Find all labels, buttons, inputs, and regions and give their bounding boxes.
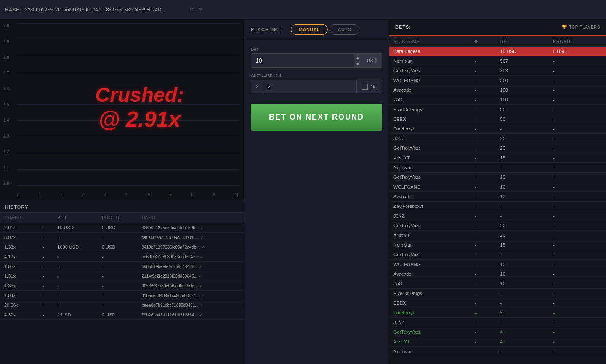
- profit-amount: -: [549, 260, 606, 269]
- row-dot: -: [38, 281, 53, 291]
- bets-scroll[interactable]: NICKNAME ◆ BET PROFIT Bara Bagese - 10 U…: [389, 36, 606, 364]
- row-dot: -: [38, 271, 53, 281]
- hash-cell: 41bace38489a1cc9f7e00874... ✓: [137, 291, 244, 300]
- bet-decrement-button[interactable]: ▼: [354, 61, 362, 67]
- history-col-profit: PROFIT: [98, 213, 138, 223]
- bet-input-row: ▲ ▼ USD: [251, 53, 382, 68]
- bets-row: BEEX - - -: [389, 298, 606, 308]
- bet-field-label: Bet: [251, 47, 382, 52]
- row-dot: -: [470, 76, 496, 85]
- crash-value: 5.07x: [0, 233, 38, 242]
- nickname: Xrist YT: [389, 153, 470, 163]
- bets-row: WOLFGANG - 10 -: [389, 260, 606, 269]
- crash-value: 1.31x: [0, 271, 38, 281]
- bet-increment-button[interactable]: ▲: [354, 54, 362, 61]
- profit-amount: -: [549, 298, 606, 308]
- profit-amount: -: [549, 192, 606, 202]
- bets-row: ZaQForeboxyl - - -: [389, 202, 606, 211]
- bet-amount: 50: [496, 105, 549, 114]
- profit-amount: 0 USD: [549, 47, 606, 56]
- nickname: WOLFGANG: [389, 260, 470, 269]
- nickname: Nomisiun: [389, 347, 470, 356]
- bets-row: J0NZ - 20 -: [389, 134, 606, 143]
- bet-next-round-button[interactable]: BET ON NEXT ROUND: [251, 104, 382, 131]
- bet-input[interactable]: [251, 54, 354, 67]
- hash-cell: 9410b71297336fc05a72a4db... ✓: [137, 242, 244, 252]
- check-icon: ✓: [199, 264, 202, 269]
- nickname: ZaQForeboxyl: [389, 202, 470, 211]
- row-dot: –: [470, 308, 496, 318]
- history-section: HISTORY CRASH BET PROFIT HASH 2.91x -: [0, 200, 244, 364]
- profit-amount: -: [549, 124, 606, 134]
- bet-amount: 10 USD: [496, 47, 549, 56]
- nickname: GorTexyVozz: [389, 221, 470, 231]
- check-icon: ✓: [199, 303, 203, 308]
- profit-amount: -: [549, 76, 606, 85]
- bet-amount: 5: [496, 308, 549, 318]
- bet-mode-buttons: MANUAL AUTO: [291, 24, 360, 35]
- row-dot: -: [470, 318, 496, 327]
- bets-col-dot: ◆: [470, 36, 496, 47]
- bet-amount: 20: [496, 143, 549, 153]
- help-icon[interactable]: ?: [199, 6, 202, 13]
- nickname: Avacado: [389, 192, 470, 202]
- row-dot: -: [470, 231, 496, 240]
- copy-icon[interactable]: ⧉: [190, 6, 194, 13]
- history-row: 4.37x - 2 USD 0 USD 39b26bb43d11161df512…: [0, 310, 244, 320]
- on-checkbox[interactable]: [362, 84, 368, 90]
- row-dot: -: [38, 262, 53, 271]
- profit-amount: -: [549, 221, 606, 231]
- bets-row: J0NZ - - -: [389, 211, 606, 221]
- profit-amount: -: [549, 327, 606, 337]
- bet-value: -: [53, 252, 98, 262]
- place-bet-label: PLACE BET:: [251, 27, 282, 32]
- nickname: Nomisiun: [389, 163, 470, 173]
- row-dot: -: [470, 66, 496, 76]
- crash-value: 1.83x: [0, 281, 38, 291]
- history-scroll[interactable]: CRASH BET PROFIT HASH 2.91x - 10 USD 0 U…: [0, 213, 244, 364]
- row-dot: -: [470, 153, 496, 163]
- crash-value: 4.37x: [0, 310, 38, 320]
- crash-value: 4.19x: [0, 252, 38, 262]
- bet-amount: 100: [496, 95, 549, 105]
- bet-value: -: [53, 300, 98, 310]
- hash-cell: f030853ca80e04ba9bc65cf6... ✓: [137, 281, 244, 291]
- profit-amount: -: [549, 95, 606, 105]
- row-dot: -: [470, 192, 496, 202]
- x-axis: 0 1 2 3 4 5 6 7 8 9 10: [17, 192, 239, 197]
- y-label: 1.1: [3, 165, 12, 170]
- history-row: 2.91x - 10 USD 0 USD 328e0d1275c7dea49db…: [0, 223, 244, 233]
- currency-badge: USD: [362, 54, 382, 67]
- bet-amount: -: [496, 250, 549, 260]
- cashout-prefix: ×: [251, 80, 263, 93]
- nickname: BEEX: [389, 114, 470, 124]
- nickname: ZaQ: [389, 95, 470, 105]
- row-dot: -: [38, 310, 53, 320]
- profit-amount: -: [549, 153, 606, 163]
- top-players-button[interactable]: 🏆 TOP PLAYERS: [562, 25, 600, 29]
- row-dot: -: [470, 173, 496, 182]
- top-bar: HASH: 328E0D1275C7DEA49DB150FF047EF85075…: [0, 0, 606, 19]
- manual-mode-button[interactable]: MANUAL: [291, 24, 328, 35]
- history-col-crash: CRASH: [0, 213, 38, 223]
- row-dot: -: [470, 269, 496, 279]
- crush-line2: @ 2.91x: [95, 106, 184, 132]
- bets-row: Xrist YT - 20 -: [389, 231, 606, 240]
- nickname: WOLFGANG: [389, 76, 470, 85]
- hash-value: 328E0D1275C7DEA49DB150FF047EF85075615B9C…: [25, 7, 185, 12]
- bet-amount: -: [496, 202, 549, 211]
- on-toggle[interactable]: On: [356, 80, 382, 93]
- bet-amount: 50: [496, 114, 549, 124]
- bet-form: Bet ▲ ▼ USD Auto Cash Out ×: [244, 40, 389, 100]
- cashout-input[interactable]: [263, 80, 357, 93]
- y-label: 1.5: [3, 102, 12, 107]
- profit-value: -: [98, 300, 138, 310]
- x-label: 5: [126, 192, 128, 197]
- profit-amount: -: [549, 202, 606, 211]
- bet-field-group: Bet ▲ ▼ USD: [251, 47, 382, 68]
- row-dot: -: [470, 95, 496, 105]
- auto-mode-button[interactable]: AUTO: [330, 24, 359, 35]
- profit-amount: -: [549, 337, 606, 347]
- x-label: 1: [39, 192, 41, 197]
- bets-row: BEEX - 50 -: [389, 114, 606, 124]
